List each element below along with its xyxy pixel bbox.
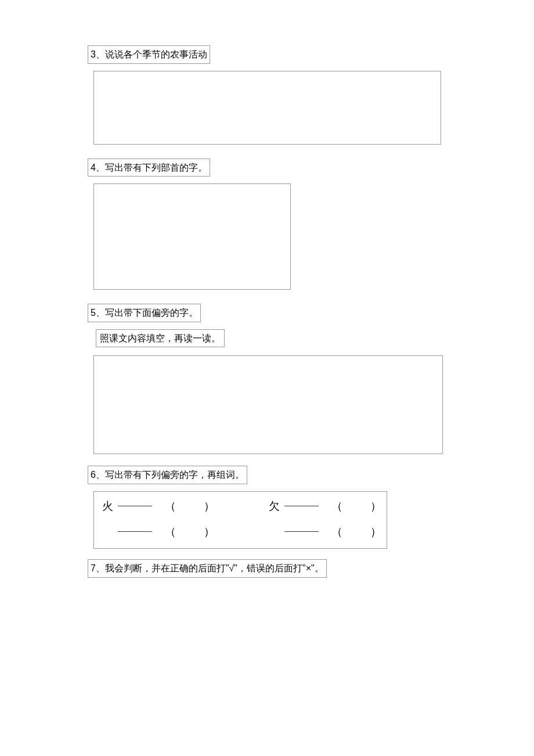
q6-content-box: 火 （ ） 欠 （ ） （ ） （ ） [93, 491, 387, 549]
q7-title: 7、我会判断，并在正确的后面打"√"，错误的后面打"×"。 [88, 559, 327, 578]
paren-left: （ [165, 524, 173, 539]
paren-left: （ [331, 524, 340, 539]
q6-row-2: （ ） （ ） [102, 524, 378, 539]
q4-title: 4、写出带有下列部首的字。 [88, 159, 210, 177]
question-6: 6、写出带有下列偏旁的字，再组词。 火 （ ） 欠 （ ） （ ） （ ） [88, 466, 446, 549]
q3-title: 3、说说各个季节的农事活动 [88, 45, 210, 64]
q6-blank-1b[interactable] [284, 506, 319, 506]
paren-right: ） [204, 499, 212, 514]
paren-left: （ [165, 499, 173, 514]
q3-answer-box[interactable] [93, 71, 441, 145]
q6-radical-1: 火 [102, 499, 116, 514]
paren-right: ） [204, 524, 212, 539]
paren-right: ） [370, 499, 378, 514]
q5-sub-instruction: 照课文内容填空，再读一读。 [96, 329, 225, 348]
q6-radical-2: 欠 [269, 499, 282, 514]
q6-blank-2a[interactable] [118, 531, 152, 532]
question-7: 7、我会判断，并在正确的后面打"√"，错误的后面打"×"。 [88, 559, 446, 585]
q5-answer-box[interactable] [93, 355, 443, 454]
q5-title: 5、写出带下面偏旁的字。 [88, 304, 201, 322]
paren-left: （ [331, 499, 340, 514]
question-4: 4、写出带有下列部首的字。 [88, 159, 446, 290]
q6-title: 6、写出带有下列偏旁的字，再组词。 [88, 466, 247, 484]
question-5: 5、写出带下面偏旁的字。 照课文内容填空，再读一读。 [88, 304, 446, 454]
paren-right: ） [370, 524, 378, 539]
q4-answer-box[interactable] [93, 183, 291, 290]
q6-row-1: 火 （ ） 欠 （ ） [102, 499, 378, 514]
q6-blank-2b[interactable] [284, 531, 319, 532]
question-3: 3、说说各个季节的农事活动 [88, 45, 446, 145]
q6-blank-1a[interactable] [118, 506, 152, 506]
